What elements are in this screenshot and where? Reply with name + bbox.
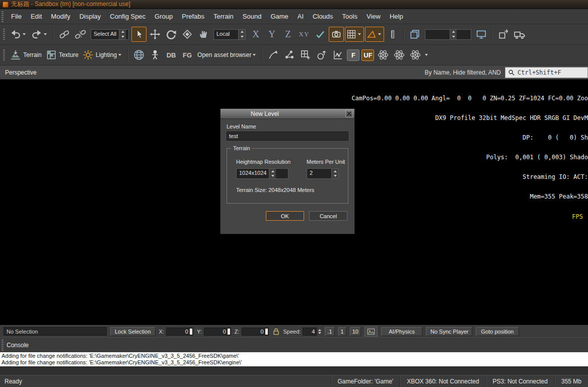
move-tool-button[interactable] <box>148 27 163 42</box>
coordinate-system-combobox[interactable]: Local <box>213 29 246 40</box>
heightmap-resolution-select[interactable]: 1024x1024 <box>236 168 288 179</box>
flow-graph-button[interactable]: FG <box>180 47 195 62</box>
measurement-tool-button[interactable] <box>266 47 281 62</box>
redo-button[interactable] <box>30 27 50 42</box>
toolbar2-grip[interactable] <box>3 49 5 60</box>
level-name-input[interactable]: test <box>227 132 348 141</box>
speed-input[interactable]: 4 <box>303 328 317 336</box>
object-search-input[interactable]: Ctrl+Shift+F <box>505 67 588 78</box>
combo-spinner[interactable] <box>269 169 276 178</box>
menu-prefabs[interactable]: Prefabs <box>177 11 209 22</box>
angle-snap-button[interactable] <box>365 27 384 42</box>
menu-terrain[interactable]: Terrain <box>209 11 238 22</box>
menu-file[interactable]: File <box>7 11 26 22</box>
named-selection-combobox[interactable] <box>425 29 471 40</box>
viewport-label[interactable]: Perspective <box>5 69 37 76</box>
undo-button[interactable] <box>9 27 29 42</box>
menu-modify[interactable]: Modify <box>46 11 75 22</box>
database-view-button[interactable]: DB <box>164 47 179 62</box>
constrain-xy-button[interactable]: XY <box>297 27 312 42</box>
filter-objects-button[interactable]: F <box>347 49 359 61</box>
constrain-x-button[interactable]: X <box>248 27 263 42</box>
unlink-button[interactable] <box>73 27 88 42</box>
menu-ai[interactable]: AI <box>293 11 308 22</box>
menu-edit[interactable]: Edit <box>26 11 46 22</box>
no-sync-player-button[interactable]: No Sync Player <box>426 327 472 336</box>
lighting-button[interactable]: Lighting <box>81 47 124 62</box>
follow-terrain-toggle[interactable] <box>313 27 328 42</box>
terrain-collision-button[interactable] <box>364 327 378 337</box>
unfilter-objects-button[interactable]: UF <box>361 49 374 61</box>
x-slider-handle[interactable] <box>190 329 192 335</box>
layer-settings-button[interactable] <box>407 27 422 42</box>
speed-spinner[interactable] <box>318 329 321 334</box>
goto-position-button[interactable]: Goto position <box>476 327 519 336</box>
edit-named-selection-button[interactable] <box>474 27 489 42</box>
physics-db-button[interactable] <box>376 47 391 62</box>
cancel-button[interactable]: Cancel <box>309 211 347 221</box>
z-coordinate-input[interactable]: 0 <box>242 328 269 336</box>
terrain-editor-button[interactable]: Terrain <box>9 47 43 62</box>
dialog-titlebar[interactable]: New Level <box>220 109 354 119</box>
menu-display[interactable]: Display <box>75 11 106 22</box>
viewport-3d[interactable]: CamPos=0.00 0.00 0.00 Angl= 0 0 0 ZN=0.2… <box>0 80 588 325</box>
vegetation-tool-button[interactable] <box>282 47 297 62</box>
menu-config-spec[interactable]: Config Spec <box>105 11 150 22</box>
menu-help[interactable]: Help <box>385 11 408 22</box>
combo-spinner[interactable] <box>450 30 457 39</box>
console-panel-header: Console <box>0 337 588 352</box>
link-button[interactable] <box>57 27 72 42</box>
menu-clouds[interactable]: Clouds <box>308 11 337 22</box>
y-coordinate-input[interactable]: 0 <box>204 328 231 336</box>
constrain-z-button[interactable]: Z <box>280 27 296 42</box>
dialog-close-button[interactable] <box>345 110 353 117</box>
character-editor-button[interactable] <box>148 47 163 62</box>
x-coordinate-input[interactable]: 0 <box>166 328 193 336</box>
terrain-snap-tool-button[interactable] <box>196 27 211 42</box>
statistics-graph-button[interactable] <box>330 47 345 62</box>
menubar-grip[interactable] <box>2 11 4 22</box>
combo-spinner[interactable] <box>238 30 245 39</box>
ruler-button[interactable] <box>385 27 400 42</box>
ok-button[interactable]: OK <box>266 211 304 221</box>
layer-editor-button[interactable] <box>298 47 313 62</box>
toolbar1-grip[interactable] <box>3 29 5 40</box>
lock-axes-toggle[interactable] <box>272 328 280 336</box>
object-filter-label[interactable]: By Name, Hide filtered, AND <box>425 69 501 76</box>
constrain-y-button[interactable]: Y <box>264 27 279 42</box>
menu-sound[interactable]: Sound <box>238 11 266 22</box>
grid-snap-button[interactable] <box>345 27 364 42</box>
speed-preset-01-button[interactable]: .1 <box>325 327 334 336</box>
speed-preset-1-button[interactable]: 1 <box>338 327 346 336</box>
export-to-engine-button[interactable] <box>512 27 527 42</box>
meters-per-unit-select[interactable]: 2 <box>307 168 339 179</box>
speed-preset-10-button[interactable]: 10 <box>350 327 361 336</box>
menu-game[interactable]: Game <box>266 11 292 22</box>
lock-selection-button[interactable]: Lock Selection <box>110 327 156 336</box>
scale-tool-button[interactable] <box>180 27 195 42</box>
ai-physics-button[interactable]: AI/Physics <box>381 327 422 336</box>
y-slider-handle[interactable] <box>228 329 230 335</box>
menu-group[interactable]: Group <box>150 11 177 22</box>
save-level-button[interactable] <box>496 27 511 42</box>
camera-snapshot-button[interactable] <box>329 27 344 42</box>
select-tool-button[interactable] <box>131 27 146 42</box>
menu-tools[interactable]: Tools <box>338 11 362 22</box>
environment-button[interactable] <box>131 47 146 62</box>
prefab-db-button[interactable] <box>408 47 423 62</box>
asset-browser-caret-icon <box>253 54 256 56</box>
entity-db-button[interactable] <box>392 47 407 62</box>
combo-spinner[interactable] <box>331 169 338 178</box>
console-log[interactable]: Adding for file change notifications: 'E… <box>0 352 588 366</box>
open-asset-browser-button[interactable]: Open asset browser <box>196 47 259 62</box>
console-input-area[interactable] <box>0 366 588 375</box>
combo-spinner[interactable] <box>119 30 126 39</box>
toolbar-overflow-caret-icon[interactable] <box>425 54 428 56</box>
menu-view[interactable]: View <box>362 11 385 22</box>
object-height-tool-button[interactable] <box>314 47 329 62</box>
z-slider-handle[interactable] <box>265 329 268 335</box>
texture-layers-button[interactable]: Texture <box>44 47 80 62</box>
console-grip[interactable] <box>2 340 4 351</box>
selection-mask-combobox[interactable]: Select All <box>91 29 129 40</box>
rotate-tool-button[interactable] <box>164 27 179 42</box>
